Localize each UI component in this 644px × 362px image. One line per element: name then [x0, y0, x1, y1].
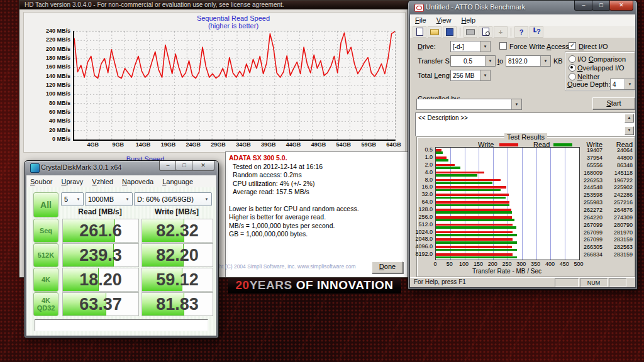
neither-radio[interactable] — [569, 73, 576, 80]
cdm-test-button-seq[interactable]: Seq — [33, 219, 58, 243]
atto-read-bar — [436, 219, 514, 221]
transfer-size-from-select[interactable]: 0.5▼ — [450, 55, 496, 67]
atto-transfer-size-label: 256.0 — [410, 214, 433, 220]
atto-write-value: 226253 — [571, 177, 602, 184]
menu-file[interactable]: File — [415, 16, 426, 24]
atto-transfer-size-label: 32.0 — [410, 191, 433, 197]
menu-upravy[interactable]: Upravy — [61, 178, 83, 185]
new-file-icon — [416, 28, 423, 36]
hdtach-y-tick-label: 140 MB/s — [19, 73, 70, 79]
close-button[interactable]: ✕ — [609, 1, 633, 11]
hdtach-chart-subtitle: (higher is better) — [108, 22, 359, 30]
atto-menubar: File View Help — [410, 14, 635, 26]
atto-statusbar: For Help, press F1 NUM — [410, 277, 635, 287]
atto-transfer-size-label: 1024.0 — [410, 229, 433, 235]
hdtach-x-tick-label: 39GB — [256, 141, 281, 148]
drive-value: D: 60% (36/59GB) — [135, 195, 202, 203]
atto-transfer-size-label: 4.0 — [410, 169, 433, 175]
comment-input[interactable] — [35, 319, 208, 331]
atto-read-bar — [436, 167, 460, 169]
atto-read-value: 282563 — [601, 244, 633, 250]
atto-read-bar — [436, 234, 517, 236]
drive-select[interactable]: [-d-]▼ — [450, 41, 491, 52]
minimize-button[interactable]: – — [574, 1, 593, 11]
hdtach-x-tick-label: 64GB — [381, 141, 406, 148]
move-button[interactable]: + — [494, 26, 508, 38]
atto-read-bar — [436, 256, 517, 259]
overlapped-io-radio[interactable] — [569, 64, 576, 72]
atto-read-value: 274309 — [601, 214, 633, 221]
atto-window: Untitled - ATTO Disk Benchmark – □ ✕ Fil… — [408, 0, 638, 290]
total-length-select[interactable]: 256 MB▼ — [450, 70, 491, 81]
atto-gridline — [550, 148, 551, 260]
help-icon: ? — [519, 28, 524, 36]
hdtach-x-tick-label: 14GB — [131, 141, 156, 148]
cdm-test-button-4k[interactable]: 4K — [33, 268, 58, 292]
maximize-button[interactable]: □ — [175, 161, 193, 171]
drive-select[interactable]: D: 60% (36/59GB)▼ — [134, 192, 212, 206]
queue-depth-select[interactable]: 4▼ — [610, 79, 635, 90]
menu-soubor[interactable]: Soubor — [30, 178, 52, 185]
banner-years: YEARS — [250, 278, 292, 292]
cdm-test-button-512k[interactable]: 512K — [33, 243, 58, 267]
hdtach-note-1: Lower is better for CPU and random acces… — [229, 205, 410, 214]
read-speed-line — [74, 31, 395, 79]
cdm-write-cell: 59.12 — [142, 268, 213, 292]
atto-transfer-size-label: 2048.0 — [410, 236, 433, 242]
maximize-button[interactable]: □ — [592, 1, 611, 11]
menu-view[interactable]: View — [436, 16, 452, 24]
queue-depth-value: 4 — [611, 80, 625, 89]
menu-napoveda[interactable]: Napoveda — [122, 178, 153, 185]
force-write-access-checkbox[interactable] — [499, 42, 507, 50]
start-button[interactable]: Start — [592, 97, 635, 109]
context-help-button[interactable]: ┖? — [530, 26, 543, 38]
cdm-write-value: 59.12 — [142, 268, 213, 291]
hdtach-average-read: Average read: 157.5 MB/s — [229, 188, 410, 197]
read-column-header: Read [MB/s] — [62, 207, 138, 216]
test-count-select[interactable]: 5▼ — [61, 192, 84, 206]
atto-read-value: 24064 — [601, 147, 633, 153]
print-preview-button[interactable] — [479, 26, 492, 38]
menu-language[interactable]: Language — [162, 178, 193, 185]
chevron-down-icon: ▼ — [480, 70, 490, 80]
atto-read-bar — [436, 182, 492, 184]
help-button[interactable]: ? — [514, 26, 528, 38]
open-file-button[interactable] — [428, 26, 441, 38]
cdm-test-button-4kqd32[interactable]: 4K QD32 — [33, 292, 58, 316]
new-file-button[interactable] — [413, 26, 426, 38]
move-icon: + — [499, 28, 502, 36]
minimize-button[interactable]: – — [159, 161, 177, 171]
io-comparison-radio[interactable] — [569, 55, 576, 63]
atto-write-value: 264220 — [571, 214, 602, 221]
atto-write-bar — [436, 238, 513, 241]
controlled-by-select[interactable]: ▼ — [416, 99, 522, 110]
queue-depth-label: Queue Depth: — [567, 80, 611, 88]
hdtach-x-tick-label: 34GB — [231, 141, 256, 148]
test-size-select[interactable]: 1000MB▼ — [85, 192, 133, 206]
scroll-up-icon[interactable]: ▲ — [625, 114, 634, 123]
atto-results-plot — [435, 147, 580, 260]
transfer-size-to-select[interactable]: 8192.0▼ — [506, 55, 551, 67]
run-all-tests-button[interactable]: All — [33, 192, 58, 217]
menu-help[interactable]: Help — [461, 16, 475, 24]
close-button[interactable]: ✕ — [192, 161, 214, 171]
menu-vzhled[interactable]: Vzhled — [92, 178, 113, 185]
neither-label: Neither — [577, 73, 599, 80]
hdtach-y-tick-label: 40 MB/s — [19, 118, 70, 124]
atto-write-value: 37954 — [571, 155, 602, 161]
direct-io-checkbox[interactable]: ✓ — [569, 42, 576, 50]
hdtach-y-tick-label: 80 MB/s — [19, 100, 70, 106]
save-button[interactable] — [443, 26, 457, 38]
atto-transfer-size-label: 2.0 — [410, 162, 433, 168]
chevron-down-icon: ▼ — [511, 99, 521, 109]
hdtach-titlebar[interactable]: HD Tach version 3.0.4.0 - For non-commer… — [19, 1, 409, 9]
done-button[interactable]: Done — [372, 261, 403, 273]
atto-write-bar — [436, 164, 455, 167]
hdtach-y-tick-label: 20 MB/s — [19, 127, 70, 133]
atto-title[interactable]: Untitled - ATTO Disk Benchmark — [426, 3, 525, 11]
crystaldiskmark-title[interactable]: CrystalDiskMark 3.0.1 x64 — [41, 163, 121, 171]
banner-innovation: INNOVATION — [317, 278, 393, 292]
print-button[interactable] — [464, 26, 477, 38]
hdtach-y-tick-label: 120 MB/s — [19, 82, 70, 88]
cdm-write-cell: 81.83 — [142, 292, 213, 316]
